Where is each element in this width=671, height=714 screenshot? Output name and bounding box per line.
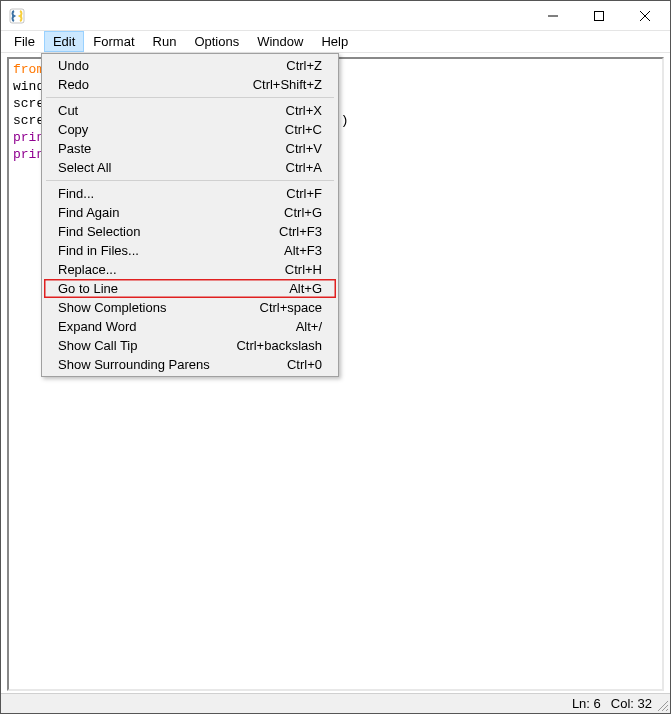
menu-edit[interactable]: Edit [44,31,84,52]
menu-label: Find Selection [58,222,269,241]
svg-rect-0 [10,9,24,23]
menu-paste[interactable]: PasteCtrl+V [44,139,336,158]
maximize-button[interactable] [576,1,622,31]
menu-replace[interactable]: Replace...Ctrl+H [44,260,336,279]
menu-shortcut: Ctrl+Z [276,56,322,75]
menu-label: Find in Files... [58,241,274,260]
menu-find-in-files[interactable]: Find in Files...Alt+F3 [44,241,336,260]
menu-shortcut: Ctrl+F [276,184,322,203]
svg-line-7 [666,709,668,711]
svg-rect-2 [595,11,604,20]
menu-help[interactable]: Help [312,31,357,52]
menu-label: Undo [58,56,276,75]
menu-find-again[interactable]: Find AgainCtrl+G [44,203,336,222]
menu-shortcut: Ctrl+G [274,203,322,222]
menu-label: Cut [58,101,276,120]
status-col: Col: 32 [611,696,652,711]
menu-shortcut: Alt+F3 [274,241,322,260]
menu-go-to-line[interactable]: Go to LineAlt+G [44,279,336,298]
menu-label: Redo [58,75,243,94]
menu-show-surrounding-parens[interactable]: Show Surrounding ParensCtrl+0 [44,355,336,374]
menu-select-all[interactable]: Select AllCtrl+A [44,158,336,177]
menu-redo[interactable]: RedoCtrl+Shift+Z [44,75,336,94]
resize-grip-icon[interactable] [656,699,668,711]
menu-shortcut: Ctrl+V [276,139,322,158]
statusbar: Ln: 6 Col: 32 [1,693,670,713]
menu-shortcut: Ctrl+0 [277,355,322,374]
menu-options[interactable]: Options [185,31,248,52]
menu-label: Replace... [58,260,275,279]
menu-shortcut: Ctrl+backslash [226,336,322,355]
menu-shortcut: Ctrl+C [275,120,322,139]
menu-shortcut: Ctrl+X [276,101,322,120]
menu-shortcut: Alt+G [279,279,322,298]
menu-window[interactable]: Window [248,31,312,52]
menu-file[interactable]: File [5,31,44,52]
menu-show-call-tip[interactable]: Show Call TipCtrl+backslash [44,336,336,355]
menu-label: Find... [58,184,276,203]
menu-shortcut: Ctrl+H [275,260,322,279]
menu-show-completions[interactable]: Show CompletionsCtrl+space [44,298,336,317]
menu-find-selection[interactable]: Find SelectionCtrl+F3 [44,222,336,241]
close-button[interactable] [622,1,668,31]
code-text: from [13,62,44,77]
menu-label: Show Surrounding Parens [58,355,277,374]
menu-label: Copy [58,120,275,139]
menu-separator [46,180,334,181]
menu-run[interactable]: Run [144,31,186,52]
menu-shortcut: Ctrl+F3 [269,222,322,241]
titlebar [1,1,670,31]
app-icon [9,8,25,24]
menu-find[interactable]: Find...Ctrl+F [44,184,336,203]
menu-shortcut: Ctrl+Shift+Z [243,75,322,94]
menu-label: Show Call Tip [58,336,226,355]
menu-undo[interactable]: UndoCtrl+Z [44,56,336,75]
menubar: File Edit Format Run Options Window Help [1,31,670,53]
menu-label: Select All [58,158,276,177]
menu-label: Expand Word [58,317,286,336]
menu-separator [46,97,334,98]
menu-copy[interactable]: CopyCtrl+C [44,120,336,139]
menu-label: Find Again [58,203,274,222]
menu-cut[interactable]: CutCtrl+X [44,101,336,120]
menu-format[interactable]: Format [84,31,143,52]
status-line: Ln: 6 [572,696,601,711]
minimize-button[interactable] [530,1,576,31]
menu-label: Go to Line [58,279,279,298]
edit-dropdown: UndoCtrl+Z RedoCtrl+Shift+Z CutCtrl+X Co… [41,53,339,377]
menu-shortcut: Alt+/ [286,317,322,336]
menu-label: Paste [58,139,276,158]
menu-expand-word[interactable]: Expand WordAlt+/ [44,317,336,336]
menu-shortcut: Ctrl+A [276,158,322,177]
menu-shortcut: Ctrl+space [250,298,323,317]
menu-label: Show Completions [58,298,250,317]
